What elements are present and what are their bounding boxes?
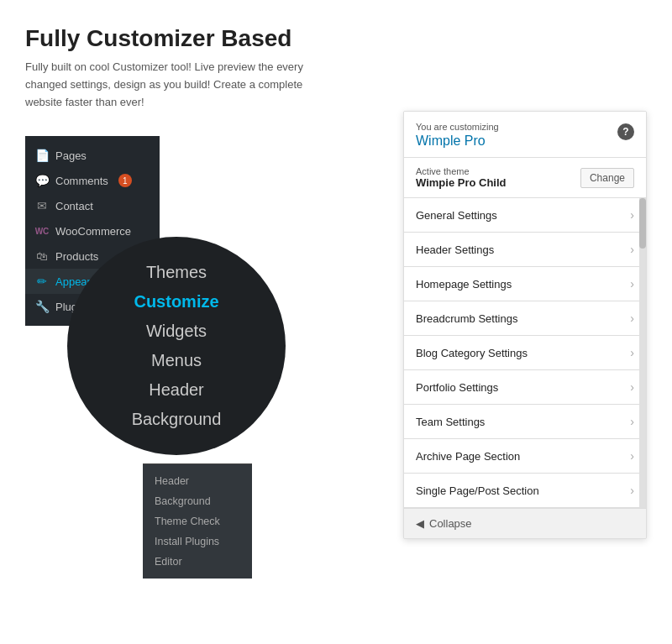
- chevron-right-icon: ›: [630, 449, 634, 463]
- active-theme-info: Active theme Wimpie Pro Child: [416, 166, 507, 189]
- appearance-menu-popup: Themes Customize Widgets Menus Header Ba…: [67, 237, 286, 455]
- menu-item-breadcrumb-settings[interactable]: Breadcrumb Settings ›: [404, 301, 646, 336]
- sidebar-item-woocommerce[interactable]: WC WooCommerce: [25, 218, 160, 243]
- sidebar-label-contact: Contact: [55, 200, 93, 212]
- sidebar-item-pages[interactable]: 📄 Pages: [25, 143, 160, 168]
- change-theme-button[interactable]: Change: [580, 168, 634, 188]
- menu-item-label: Header Settings: [416, 243, 494, 256]
- chevron-right-icon: ›: [630, 346, 634, 359]
- customizer-scroll-area: General Settings › Header Settings › Hom…: [404, 198, 646, 508]
- circle-menu-customize[interactable]: Customize: [67, 289, 286, 315]
- woocommerce-icon: WC: [35, 224, 49, 238]
- menu-item-label: Single Page/Post Section: [416, 484, 539, 497]
- sidebar-item-contact[interactable]: ✉ Contact: [25, 193, 160, 218]
- menu-item-label: General Settings: [416, 209, 497, 222]
- collapse-label: Collapse: [429, 517, 472, 530]
- menu-item-label: Blog Category Settings: [416, 347, 528, 359]
- customizer-panel: You are customizing Wimple Pro ? Active …: [403, 111, 647, 539]
- menu-item-blog-category-settings[interactable]: Blog Category Settings ›: [404, 336, 646, 370]
- menu-item-homepage-settings[interactable]: Homepage Settings ›: [404, 267, 646, 301]
- sidebar-label-woocommerce: WooCommerce: [55, 225, 131, 238]
- customizing-label: You are customizing: [416, 122, 634, 132]
- menu-item-header-settings[interactable]: Header Settings ›: [404, 233, 646, 267]
- chevron-right-icon: ›: [630, 312, 634, 325]
- active-theme-name: Wimpie Pro Child: [416, 176, 507, 189]
- customizer-menu: General Settings › Header Settings › Hom…: [404, 198, 646, 508]
- chevron-right-icon: ›: [630, 277, 634, 291]
- scrollbar-thumb[interactable]: [639, 198, 646, 249]
- scrollbar-track: [639, 198, 646, 508]
- appearance-icon: ✏: [35, 275, 49, 288]
- menu-item-label: Team Settings: [416, 416, 485, 428]
- submenu-theme-check[interactable]: Theme Check: [143, 511, 252, 531]
- menu-item-portfolio-settings[interactable]: Portfolio Settings ›: [404, 370, 646, 405]
- collapse-arrow-icon: ◀: [416, 517, 424, 530]
- active-theme-bar: Active theme Wimpie Pro Child Change: [404, 158, 646, 198]
- submenu-install-plugins[interactable]: Install Plugins: [143, 531, 252, 552]
- comments-icon: 💬: [35, 174, 49, 187]
- customizing-title: Wimple Pro: [416, 134, 634, 149]
- sidebar-item-comments[interactable]: 💬 Comments 1: [25, 168, 160, 193]
- circle-menu-header[interactable]: Header: [67, 377, 286, 403]
- products-icon: 🛍: [35, 249, 49, 263]
- submenu-background[interactable]: Background: [143, 491, 252, 511]
- menu-item-single-page-post-section[interactable]: Single Page/Post Section ›: [404, 474, 646, 508]
- comments-badge: 1: [118, 174, 132, 187]
- submenu-editor[interactable]: Editor: [143, 552, 252, 572]
- active-theme-label: Active theme: [416, 166, 507, 176]
- circle-menu-widgets[interactable]: Widgets: [67, 318, 286, 344]
- customizer-header: You are customizing Wimple Pro ?: [404, 112, 646, 158]
- appearance-submenu: Header Background Theme Check Install Pl…: [143, 463, 252, 579]
- menu-item-general-settings[interactable]: General Settings ›: [404, 198, 646, 233]
- circle-menu-background[interactable]: Background: [67, 406, 286, 432]
- menu-item-team-settings[interactable]: Team Settings ›: [404, 405, 646, 439]
- circle-menu-menus[interactable]: Menus: [67, 348, 286, 374]
- menu-item-label: Breadcrumb Settings: [416, 312, 517, 325]
- sidebar-label-pages: Pages: [55, 149, 87, 162]
- menu-item-label: Archive Page Section: [416, 450, 520, 463]
- chevron-right-icon: ›: [630, 484, 634, 497]
- contact-icon: ✉: [35, 199, 49, 212]
- circle-menu-themes[interactable]: Themes: [67, 259, 286, 285]
- page-title: Fully Customizer Based: [25, 25, 647, 52]
- chevron-right-icon: ›: [630, 208, 634, 222]
- chevron-right-icon: ›: [630, 380, 634, 394]
- sidebar-label-comments: Comments: [55, 175, 108, 187]
- page-subtitle: Fully built on cool Customizer tool! Liv…: [25, 59, 311, 111]
- submenu-header[interactable]: Header: [143, 471, 252, 491]
- customizer-collapse[interactable]: ◀ Collapse: [404, 508, 646, 538]
- menu-item-archive-page-section[interactable]: Archive Page Section ›: [404, 439, 646, 474]
- menu-item-label: Homepage Settings: [416, 278, 512, 291]
- chevron-right-icon: ›: [630, 243, 634, 256]
- plugins-icon: 🔧: [35, 300, 49, 313]
- pages-icon: 📄: [35, 149, 49, 162]
- chevron-right-icon: ›: [630, 415, 634, 428]
- menu-item-label: Portfolio Settings: [416, 381, 498, 394]
